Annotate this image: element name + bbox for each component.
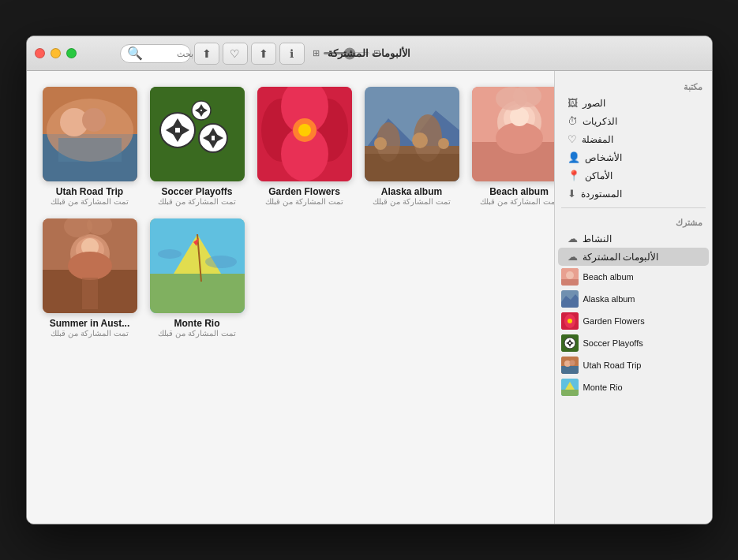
- album-subtitle-utah: تمت المشاركة من قبلك: [51, 197, 128, 206]
- svg-rect-39: [365, 154, 459, 181]
- sidebar-sub-item-alaska[interactable]: Alaska album: [555, 288, 712, 310]
- people-icon: 👤: [568, 151, 580, 163]
- album-title-soccer: Soccer Playoffs: [161, 186, 232, 197]
- shared-albums-icon: ☁: [568, 251, 578, 263]
- minimize-button[interactable]: [51, 48, 61, 58]
- sidebar-label-memories: الذكريات: [583, 116, 617, 127]
- album-item-utah[interactable]: Utah Road Trip تمت المشاركة من قبلك: [43, 87, 137, 206]
- sidebar-sub-item-garden[interactable]: Garden Flowers: [555, 310, 712, 332]
- album-item-soccer[interactable]: Soccer Playoffs تمت المشاركة من قبلك: [150, 87, 245, 206]
- sub-label-beach: Beach album: [583, 272, 634, 282]
- sidebar-item-memories[interactable]: الذكريات ⏱: [558, 112, 709, 130]
- svg-point-63: [158, 249, 182, 259]
- svg-rect-5: [58, 138, 122, 162]
- grid-small-icon: ⊞: [313, 48, 320, 58]
- toolbar: 🔍 ⬆ ♡ ⬆ ℹ: [120, 43, 305, 65]
- sidebar-sub-item-soccer[interactable]: Soccer Playoffs: [555, 332, 712, 354]
- sub-label-soccer: Soccer Playoffs: [583, 338, 643, 348]
- album-thumb-summer: [43, 218, 137, 313]
- sidebar-label-activity: النشاط: [583, 233, 612, 245]
- sidebar-item-places[interactable]: الأماكن 📍: [558, 166, 709, 185]
- sidebar-sub-item-monte[interactable]: Monte Rio: [555, 376, 712, 398]
- sub-thumb-garden: [561, 312, 579, 330]
- album-title-beach: Beach album: [489, 186, 549, 197]
- album-title-alaska: Alaska album: [381, 186, 442, 197]
- sub-label-monte: Monte Rio: [583, 383, 623, 392]
- album-item-beach[interactable]: Beach album تمت المشاركة من قبلك: [472, 87, 554, 206]
- svg-point-36: [374, 137, 387, 150]
- svg-point-30: [298, 124, 311, 136]
- sidebar-item-activity[interactable]: النشاط ☁: [558, 230, 709, 248]
- album-subtitle-monte: تمت المشاركة من قبلك: [158, 329, 235, 338]
- imports-icon: ⬇: [568, 188, 576, 200]
- sidebar-sub-item-beach[interactable]: Beach album: [555, 266, 712, 288]
- sub-thumb-alaska: [561, 290, 579, 308]
- sub-label-alaska: Alaska album: [583, 294, 635, 304]
- album-item-summer[interactable]: Summer in Aust... تمت المشاركة من قبلك: [43, 218, 137, 338]
- sub-thumb-utah: [561, 357, 579, 374]
- album-item-garden[interactable]: Garden Flowers تمت المشاركة من قبلك: [257, 87, 352, 206]
- sidebar-label-places: الأماكن: [585, 170, 613, 181]
- album-subtitle-soccer: تمت المشاركة من قبلك: [158, 197, 235, 206]
- sidebar-item-imports[interactable]: المستوردة ⬇: [558, 185, 709, 203]
- content-area: Utah Road Trip تمت المشاركة من قبلك: [27, 71, 712, 524]
- sidebar-label-photos: الصور: [583, 98, 605, 109]
- search-field[interactable]: 🔍: [120, 44, 191, 63]
- album-subtitle-beach: تمت المشاركة من قبلك: [480, 197, 553, 206]
- svg-rect-79: [561, 366, 579, 374]
- svg-rect-66: [561, 279, 579, 286]
- sidebar-item-photos[interactable]: الصور 🖼: [558, 94, 709, 112]
- share-button[interactable]: ⬆: [194, 43, 219, 65]
- album-thumb-garden: [257, 87, 352, 181]
- svg-rect-58: [150, 274, 245, 313]
- photos-icon: 🖼: [568, 97, 578, 109]
- album-subtitle-alaska: تمت المشاركة من قبلك: [373, 197, 450, 206]
- sidebar-item-shared-albums[interactable]: الألبومات المشتركة ☁: [558, 248, 709, 266]
- sub-thumb-soccer: [561, 334, 579, 352]
- search-input[interactable]: [146, 49, 193, 58]
- info-button[interactable]: ℹ: [279, 43, 305, 65]
- favorite-button[interactable]: ♡: [223, 43, 248, 65]
- albums-grid: Utah Road Trip تمت المشاركة من قبلك: [43, 87, 538, 338]
- album-thumb-utah: [43, 87, 137, 181]
- album-thumb-beach: [472, 87, 554, 181]
- sub-thumb-monte: [561, 379, 579, 396]
- main-window: 🔍 ⬆ ♡ ⬆ ℹ ⊞ ⊟ الألبومات المشتركة: [26, 35, 713, 525]
- album-item-monte[interactable]: Monte Rio تمت المشاركة من قبلك: [150, 218, 245, 338]
- titlebar: 🔍 ⬆ ♡ ⬆ ℹ ⊞ ⊟ الألبومات المشتركة: [27, 36, 712, 71]
- window-controls: [35, 48, 77, 58]
- album-subtitle-summer: تمت المشاركة من قبلك: [51, 329, 128, 338]
- main-content: Utah Road Trip تمت المشاركة من قبلك: [27, 71, 554, 524]
- svg-point-62: [205, 256, 237, 268]
- album-thumb-monte: [150, 218, 245, 313]
- svg-point-38: [438, 138, 449, 149]
- svg-point-4: [82, 108, 106, 132]
- svg-rect-83: [561, 390, 579, 396]
- album-thumb-alaska: [365, 87, 459, 181]
- maximize-button[interactable]: [66, 48, 77, 58]
- search-icon: 🔍: [127, 46, 143, 61]
- sidebar-sub-item-utah[interactable]: Utah Road Trip: [555, 354, 712, 376]
- sidebar-item-people[interactable]: الأشخاص 👤: [558, 148, 709, 166]
- sidebar: مكتبة الصور 🖼 الذكريات ⏱ المفضلة ♡ الأشخ…: [554, 71, 712, 524]
- share2-button[interactable]: ⬆: [251, 43, 276, 65]
- album-title-summer: Summer in Aust...: [50, 318, 130, 329]
- svg-point-53: [68, 252, 112, 280]
- album-title-monte: Monte Rio: [174, 318, 220, 329]
- album-title-utah: Utah Road Trip: [56, 186, 123, 197]
- album-item-alaska[interactable]: Alaska album تمت المشاركة من قبلك: [365, 87, 459, 206]
- sidebar-label-favorites: المفضلة: [582, 134, 613, 145]
- sidebar-label-imports: المستوردة: [581, 189, 622, 200]
- sidebar-label-people: الأشخاص: [585, 152, 622, 163]
- svg-point-71: [568, 319, 572, 323]
- album-thumb-soccer: [150, 87, 245, 181]
- album-subtitle-garden: تمت المشاركة من قبلك: [265, 197, 343, 206]
- close-button[interactable]: [35, 48, 45, 58]
- sidebar-item-favorites[interactable]: المفضلة ♡: [558, 130, 709, 148]
- sub-label-utah: Utah Road Trip: [583, 360, 642, 370]
- window-title: الألبومات المشتركة: [328, 47, 410, 59]
- memories-icon: ⏱: [568, 115, 578, 127]
- favorites-icon: ♡: [568, 133, 577, 145]
- places-icon: 📍: [568, 170, 580, 181]
- album-title-garden: Garden Flowers: [268, 186, 340, 197]
